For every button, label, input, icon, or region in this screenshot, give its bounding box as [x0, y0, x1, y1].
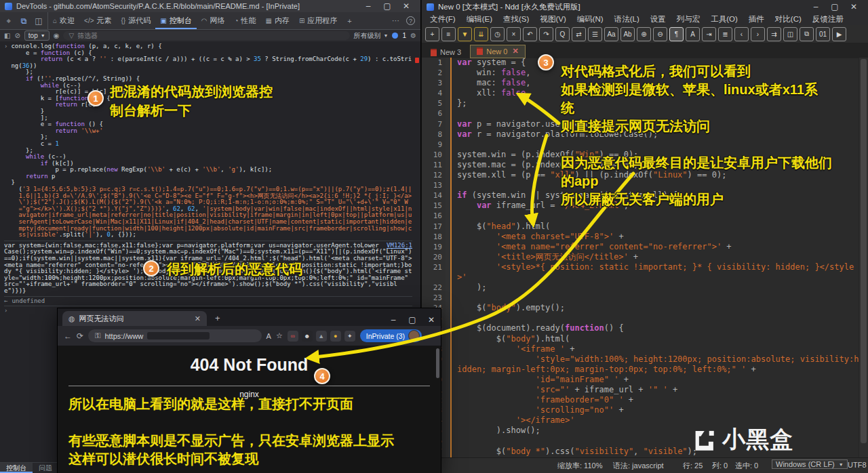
read-aloud-icon[interactable]: A [267, 332, 271, 340]
browser-extension[interactable]: ✦ [344, 331, 355, 342]
tab-性能[interactable]: ◔性能 [229, 12, 260, 29]
tab-控制台[interactable]: ▣控制台 [155, 12, 196, 29]
new-file-icon[interactable]: + [425, 27, 439, 41]
close-button[interactable]: ✕ [844, 3, 863, 11]
goto-icon[interactable]: ⇉ [767, 27, 781, 41]
editor-code-area[interactable]: 1var system = {2 win: false,3 mac: false… [422, 58, 859, 458]
inspect-icon[interactable]: ⌖ [1, 16, 16, 26]
menu-item[interactable]: 编辑(E) [461, 14, 498, 24]
console-sidebar-icon[interactable]: ◧ [4, 32, 10, 39]
indent-icon[interactable]: ⇥ [702, 27, 716, 41]
editor-scrollbar[interactable] [859, 58, 868, 458]
tab-网络[interactable]: ◠网络 [197, 12, 230, 29]
tab-close-icon[interactable]: ✕ [195, 314, 201, 323]
dock-side-icon[interactable]: ◫ [31, 16, 46, 26]
word-wrap-icon[interactable]: ¶ [669, 27, 684, 41]
doc-list-icon[interactable]: ≣ [718, 27, 732, 41]
drawer-tab-控制台[interactable]: 控制台 [0, 463, 33, 473]
eol-mode-dropdown[interactable]: Windows (CR LF) ▼ [772, 459, 848, 469]
back-icon[interactable]: ← [64, 331, 72, 341]
tab-icon: ▣ [160, 17, 166, 24]
find-icon[interactable]: Q [555, 27, 570, 41]
tab-元素[interactable]: </>元素 [79, 12, 116, 29]
binary-view-icon[interactable]: 01 [816, 27, 830, 41]
save-icon[interactable]: ▼ [458, 27, 472, 41]
maximize-button[interactable]: ▢ [378, 2, 397, 10]
menu-item[interactable]: 文件(F) [425, 14, 461, 24]
live-expression-icon[interactable]: ◉ [54, 32, 60, 39]
tab-close-icon[interactable]: ✕ [512, 47, 518, 56]
inprivate-badge[interactable]: InPrivate (3) [360, 329, 422, 342]
menu-item[interactable]: 插件 [743, 14, 770, 24]
favorite-star-icon[interactable]: ☆ [276, 331, 283, 340]
menu-item[interactable]: 视图(V) [534, 14, 571, 24]
device-toolbar-icon[interactable]: ⧉ [16, 16, 31, 26]
history-icon[interactable]: ◷ [490, 27, 505, 41]
dark-extension[interactable]: ☻ [302, 331, 313, 342]
maximize-button[interactable]: ▢ [403, 316, 422, 324]
tab-源代码[interactable]: {}源代码 [117, 12, 156, 29]
editor-tab-New 0[interactable]: New 0✕ [470, 45, 525, 58]
log-levels-dropdown[interactable]: 所有级别 ▼ [354, 31, 389, 41]
tab-内存[interactable]: ▦内存 [260, 12, 294, 29]
duck-extension[interactable]: ● [330, 331, 341, 342]
new-tab-button[interactable]: + [215, 313, 220, 323]
menu-item[interactable]: 查找(S) [498, 14, 534, 24]
tab-欢迎[interactable]: ⌂欢迎 [48, 12, 79, 29]
redo-icon[interactable]: ↷ [539, 27, 553, 41]
console-prompt-chevron[interactable]: › [4, 308, 7, 314]
close-file-icon[interactable]: × [507, 27, 521, 41]
more-tabs-button[interactable]: + [342, 12, 357, 29]
save-all-icon[interactable]: ⇊ [474, 27, 488, 41]
compare-icon[interactable]: ⧉ [800, 27, 814, 41]
fold-margin [446, 88, 452, 98]
menu-item[interactable]: 反馈注册 [807, 14, 849, 24]
next-doc-icon[interactable]: › [751, 27, 765, 41]
code-text: '<meta name="referrer" content="no-refer… [452, 242, 859, 252]
show-symbols-icon[interactable]: A [686, 27, 700, 41]
find-in-files-icon[interactable]: ☰ [588, 27, 602, 41]
split-view-icon[interactable]: ◫ [783, 27, 797, 41]
glasses-extension[interactable]: ∞ [288, 331, 298, 342]
lowercase-icon[interactable]: Ab [620, 27, 635, 41]
filter-input[interactable]: ▽ 筛选器 [63, 31, 349, 40]
run-icon[interactable]: ▶ [832, 27, 846, 41]
close-button[interactable]: ✕ [422, 316, 441, 324]
drawer-tab-问题[interactable]: 问题 [33, 463, 58, 473]
menu-item[interactable]: 语法(L) [609, 14, 645, 24]
reload-icon[interactable]: ⟳ [77, 331, 83, 341]
browser-kebab-icon[interactable]: ⋯ [427, 331, 435, 341]
code-text: ); [452, 283, 859, 293]
close-button[interactable]: ✕ [397, 2, 416, 10]
scrollbar-thumb[interactable] [861, 59, 867, 443]
menu-item[interactable]: 对比(C) [770, 14, 807, 24]
replace-icon[interactable]: ⇄ [572, 27, 586, 41]
help-icon[interactable]: ? [406, 16, 415, 25]
zoom-out-icon[interactable]: ⊖ [653, 27, 667, 41]
code-text: $(document).ready(function() { [452, 323, 859, 333]
page-scrollbar[interactable] [436, 348, 439, 378]
editor-tab-New 3[interactable]: New 3 [425, 47, 467, 58]
minimize-button[interactable]: – [806, 3, 825, 11]
context-selector[interactable]: top ▼ [24, 30, 50, 41]
tab-应用程序[interactable]: ⊞应用程序 [294, 12, 342, 29]
menu-item[interactable]: 编码(N) [572, 14, 609, 24]
gear-icon[interactable]: ⚙ [410, 32, 416, 39]
uppercase-icon[interactable]: Aa [604, 27, 618, 41]
prev-doc-icon[interactable]: ‹ [734, 27, 749, 41]
maximize-button[interactable]: ▢ [825, 3, 844, 11]
kebab-menu-icon[interactable]: ⋯ [392, 16, 399, 25]
address-bar[interactable]: ⚿ https://www [88, 329, 262, 342]
menu-item[interactable]: 设置 [645, 14, 671, 24]
zoom-in-icon[interactable]: ⊕ [637, 27, 651, 41]
menu-item[interactable]: 工具(O) [705, 14, 743, 24]
menu-item[interactable]: 列与宏 [671, 14, 706, 24]
shield-extension[interactable]: ▲ [316, 331, 327, 342]
minimize-button[interactable]: – [384, 316, 403, 324]
clear-console-icon[interactable]: ⊘ [14, 32, 20, 39]
minimize-button[interactable]: – [359, 2, 378, 10]
tab-label: New 0 [486, 47, 507, 56]
open-file-icon[interactable]: ≡ [441, 27, 456, 41]
undo-icon[interactable]: ↶ [523, 27, 537, 41]
browser-tab[interactable]: ◍ 网页无法访问 ✕ [62, 311, 207, 326]
